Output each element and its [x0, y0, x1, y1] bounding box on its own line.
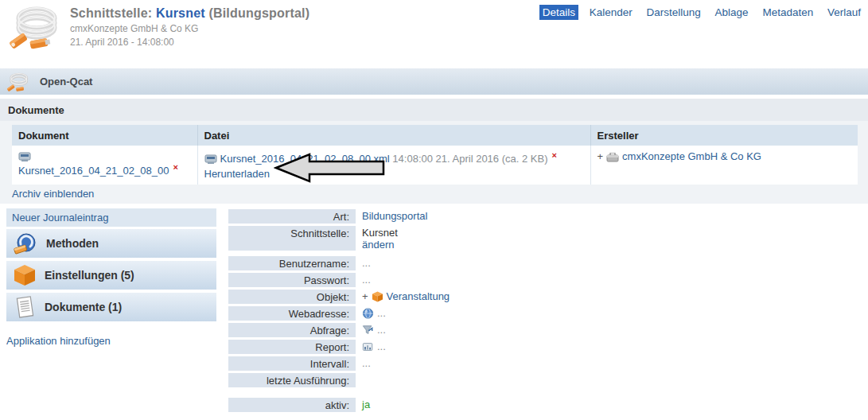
detail-label: Schnittstelle: [228, 226, 356, 251]
document-link[interactable]: Kursnet_2016_04_21_02_08_00 [18, 165, 169, 177]
intervall-value: ... [362, 357, 371, 369]
documents-table: Dokument Datei Ersteller Kursnet_2016_04… [12, 125, 858, 185]
nav-tab-darstellung[interactable]: Darstellung [644, 5, 704, 20]
nav-tab-kalender[interactable]: Kalender [586, 5, 636, 20]
benutzername-value: ... [362, 257, 371, 269]
documents-section-header: Dokumente [0, 99, 868, 121]
documents-table-header-row: Dokument Datei Ersteller [12, 125, 858, 146]
col-header-ersteller: Ersteller [590, 125, 858, 146]
delete-document-button[interactable]: × [173, 162, 177, 172]
query-icon[interactable] [362, 325, 374, 336]
sidebar-item-label: Einstellungen (5) [45, 269, 134, 282]
sidebar-item-journal[interactable]: Neuer Journaleintrag [6, 208, 216, 227]
detail-label: letzte Ausführung: [228, 373, 356, 387]
schnittstelle-change-link[interactable]: ändern [362, 239, 394, 251]
briefcase-icon [606, 153, 619, 162]
delete-file-button[interactable]: × [552, 150, 557, 160]
expand-objekt-toggle[interactable]: + [362, 290, 368, 302]
detail-label: Intervall: [228, 356, 356, 371]
abfrage-value: ... [377, 324, 386, 336]
header-subtitle: cmxKonzepte GmbH & Co KG [70, 23, 309, 34]
title-suffix: (Bildungsportal) [208, 6, 309, 20]
col-header-datei: Datei [197, 125, 590, 146]
art-value-link[interactable]: Bildungsportal [362, 210, 427, 222]
nav-tab-ablage[interactable]: Ablage [712, 5, 752, 20]
page-header: Schnittstelle: Kursnet (Bildungsportal) … [70, 6, 309, 48]
methods-icon [13, 232, 38, 255]
detail-label: Benutzername: [228, 256, 356, 270]
creator-cell: + cmxKonzepte GmbH & Co KG [590, 146, 858, 185]
objekt-value-link[interactable]: Veranstaltung [387, 290, 450, 302]
download-link[interactable]: Herunterladen [204, 168, 270, 180]
aktiv-value: ja [362, 399, 370, 410]
sidebar-item-label: Methoden [46, 237, 99, 250]
detail-label: Abfrage: [228, 323, 356, 337]
sidebar-item-dokumente[interactable]: Dokumente (1) [6, 293, 216, 321]
cable-coil-icon-small [6, 72, 29, 92]
interface-doc-icon [18, 152, 31, 162]
title-name: Kursnet [156, 6, 205, 20]
detail-label: Art: [228, 209, 356, 224]
header-datetime: 21. April 2016 - 14:08:00 [70, 37, 309, 48]
detail-label: Webadresse: [228, 306, 356, 321]
creator-link[interactable]: cmxKonzepte GmbH & Co KG [622, 150, 761, 162]
file-cell: Kursnet_2016_04_21_02_08_00.xml 14:08:00… [197, 146, 590, 185]
document-cell: Kursnet_2016_04_21_02_08_00× [12, 146, 197, 185]
globe-icon[interactable] [362, 308, 374, 319]
nav-tab-metadaten[interactable]: Metadaten [759, 5, 816, 20]
left-arrow-annotation [274, 152, 387, 184]
title-prefix: Schnittstelle: [70, 6, 152, 20]
webadresse-value: ... [377, 307, 386, 319]
interface-doc-icon [204, 154, 217, 165]
settings-cube-icon [13, 264, 37, 286]
passwort-value: ... [362, 274, 371, 286]
archive-toggle-link[interactable]: Archiv einblenden [12, 188, 94, 200]
detail-label: aktiv: [228, 398, 356, 412]
nav-tab-details[interactable]: Details [539, 5, 578, 20]
detail-label: Report: [228, 340, 356, 354]
documents-icon [13, 296, 37, 318]
page-title: Schnittstelle: Kursnet (Bildungsportal) [70, 6, 309, 21]
archive-toggle: Archiv einblenden [12, 188, 94, 200]
top-nav: Details Kalender Darstellung Ablage Meta… [535, 5, 864, 20]
col-header-dokument: Dokument [12, 125, 197, 146]
cable-coil-icon [8, 4, 59, 50]
sidebar-item-einstellungen[interactable]: Einstellungen (5) [6, 261, 216, 290]
detail-label: Passwort: [228, 273, 356, 287]
cube-icon [372, 291, 383, 302]
report-value: ... [377, 340, 386, 352]
app-bar: Open-Qcat [0, 68, 868, 95]
file-meta: 14:08:00 21. April 2016 (ca. 2 KB) [392, 153, 547, 165]
add-application: Applikation hinzufügen [6, 335, 111, 347]
add-application-link[interactable]: Applikation hinzufügen [6, 335, 111, 347]
expand-creator-toggle[interactable]: + [597, 150, 604, 162]
sidebar-item-methoden[interactable]: Methoden [6, 229, 216, 258]
schnittstelle-value: Kursnet [362, 227, 398, 239]
documents-section-title: Dokumente [8, 104, 64, 116]
report-icon[interactable] [362, 341, 374, 352]
app-bar-title: Open-Qcat [40, 76, 92, 88]
sidebar-item-label: Dokumente (1) [45, 301, 122, 313]
table-row: Kursnet_2016_04_21_02_08_00× Kursnet_201… [12, 146, 858, 185]
detail-label: Objekt: [228, 290, 356, 304]
journal-link[interactable]: Neuer Journaleintrag [12, 212, 108, 224]
page: Schnittstelle: Kursnet (Bildungsportal) … [0, 0, 868, 420]
nav-tab-verlauf[interactable]: Verlauf [824, 5, 864, 20]
